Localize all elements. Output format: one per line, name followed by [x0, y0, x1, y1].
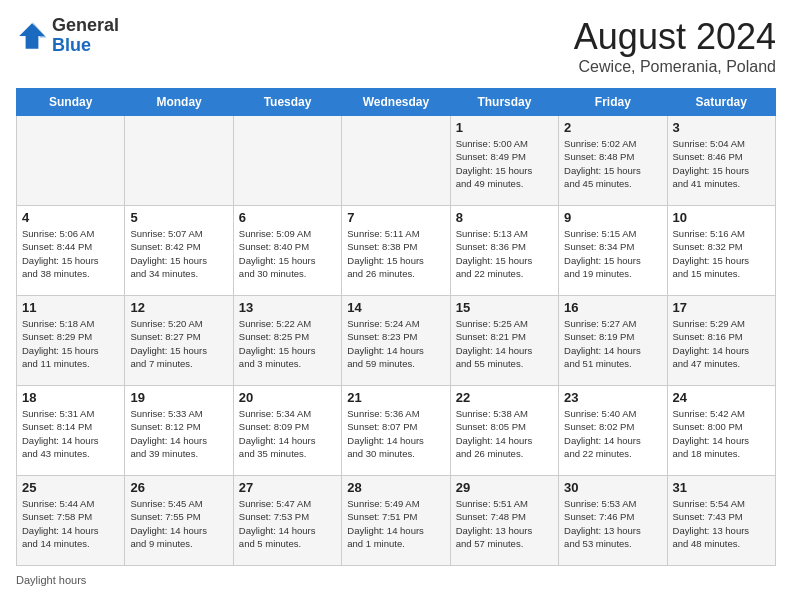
month-title: August 2024	[574, 16, 776, 58]
logo-blue: Blue	[52, 35, 91, 55]
day-number: 20	[239, 390, 336, 405]
day-info: Sunrise: 5:54 AM Sunset: 7:43 PM Dayligh…	[673, 497, 770, 550]
day-number: 12	[130, 300, 227, 315]
day-info: Sunrise: 5:38 AM Sunset: 8:05 PM Dayligh…	[456, 407, 553, 460]
day-number: 17	[673, 300, 770, 315]
calendar-day-cell	[342, 116, 450, 206]
weekday-header-wednesday: Wednesday	[342, 89, 450, 116]
calendar-day-cell: 2Sunrise: 5:02 AM Sunset: 8:48 PM Daylig…	[559, 116, 667, 206]
calendar-day-cell: 18Sunrise: 5:31 AM Sunset: 8:14 PM Dayli…	[17, 386, 125, 476]
day-number: 31	[673, 480, 770, 495]
day-number: 10	[673, 210, 770, 225]
day-info: Sunrise: 5:00 AM Sunset: 8:49 PM Dayligh…	[456, 137, 553, 190]
day-info: Sunrise: 5:04 AM Sunset: 8:46 PM Dayligh…	[673, 137, 770, 190]
calendar-day-cell	[17, 116, 125, 206]
logo-text: General Blue	[52, 16, 119, 56]
calendar-week-row: 25Sunrise: 5:44 AM Sunset: 7:58 PM Dayli…	[17, 476, 776, 566]
calendar-day-cell: 25Sunrise: 5:44 AM Sunset: 7:58 PM Dayli…	[17, 476, 125, 566]
calendar-day-cell: 28Sunrise: 5:49 AM Sunset: 7:51 PM Dayli…	[342, 476, 450, 566]
calendar-day-cell: 10Sunrise: 5:16 AM Sunset: 8:32 PM Dayli…	[667, 206, 775, 296]
weekday-header-friday: Friday	[559, 89, 667, 116]
weekday-header-sunday: Sunday	[17, 89, 125, 116]
calendar-day-cell: 20Sunrise: 5:34 AM Sunset: 8:09 PM Dayli…	[233, 386, 341, 476]
calendar-week-row: 1Sunrise: 5:00 AM Sunset: 8:49 PM Daylig…	[17, 116, 776, 206]
day-info: Sunrise: 5:47 AM Sunset: 7:53 PM Dayligh…	[239, 497, 336, 550]
day-info: Sunrise: 5:51 AM Sunset: 7:48 PM Dayligh…	[456, 497, 553, 550]
calendar-day-cell	[125, 116, 233, 206]
calendar-day-cell: 23Sunrise: 5:40 AM Sunset: 8:02 PM Dayli…	[559, 386, 667, 476]
day-number: 16	[564, 300, 661, 315]
day-info: Sunrise: 5:33 AM Sunset: 8:12 PM Dayligh…	[130, 407, 227, 460]
calendar-day-cell: 7Sunrise: 5:11 AM Sunset: 8:38 PM Daylig…	[342, 206, 450, 296]
day-info: Sunrise: 5:45 AM Sunset: 7:55 PM Dayligh…	[130, 497, 227, 550]
day-number: 24	[673, 390, 770, 405]
footer: Daylight hours	[16, 574, 776, 586]
day-info: Sunrise: 5:20 AM Sunset: 8:27 PM Dayligh…	[130, 317, 227, 370]
calendar-week-row: 18Sunrise: 5:31 AM Sunset: 8:14 PM Dayli…	[17, 386, 776, 476]
day-number: 3	[673, 120, 770, 135]
calendar-day-cell: 22Sunrise: 5:38 AM Sunset: 8:05 PM Dayli…	[450, 386, 558, 476]
calendar-day-cell: 17Sunrise: 5:29 AM Sunset: 8:16 PM Dayli…	[667, 296, 775, 386]
calendar-day-cell: 11Sunrise: 5:18 AM Sunset: 8:29 PM Dayli…	[17, 296, 125, 386]
logo-icon	[16, 20, 48, 52]
day-info: Sunrise: 5:36 AM Sunset: 8:07 PM Dayligh…	[347, 407, 444, 460]
day-number: 26	[130, 480, 227, 495]
day-info: Sunrise: 5:49 AM Sunset: 7:51 PM Dayligh…	[347, 497, 444, 550]
day-number: 6	[239, 210, 336, 225]
day-info: Sunrise: 5:29 AM Sunset: 8:16 PM Dayligh…	[673, 317, 770, 370]
day-number: 30	[564, 480, 661, 495]
weekday-header-saturday: Saturday	[667, 89, 775, 116]
weekday-header-monday: Monday	[125, 89, 233, 116]
weekday-header-row: SundayMondayTuesdayWednesdayThursdayFrid…	[17, 89, 776, 116]
page-header: General Blue August 2024 Cewice, Pomeran…	[16, 16, 776, 76]
day-info: Sunrise: 5:06 AM Sunset: 8:44 PM Dayligh…	[22, 227, 119, 280]
calendar-day-cell: 6Sunrise: 5:09 AM Sunset: 8:40 PM Daylig…	[233, 206, 341, 296]
calendar-week-row: 11Sunrise: 5:18 AM Sunset: 8:29 PM Dayli…	[17, 296, 776, 386]
day-number: 18	[22, 390, 119, 405]
day-number: 4	[22, 210, 119, 225]
day-number: 28	[347, 480, 444, 495]
calendar-day-cell: 5Sunrise: 5:07 AM Sunset: 8:42 PM Daylig…	[125, 206, 233, 296]
day-number: 27	[239, 480, 336, 495]
day-number: 13	[239, 300, 336, 315]
calendar-day-cell: 15Sunrise: 5:25 AM Sunset: 8:21 PM Dayli…	[450, 296, 558, 386]
day-number: 1	[456, 120, 553, 135]
calendar-day-cell: 9Sunrise: 5:15 AM Sunset: 8:34 PM Daylig…	[559, 206, 667, 296]
calendar-day-cell: 19Sunrise: 5:33 AM Sunset: 8:12 PM Dayli…	[125, 386, 233, 476]
location-subtitle: Cewice, Pomerania, Poland	[574, 58, 776, 76]
day-info: Sunrise: 5:18 AM Sunset: 8:29 PM Dayligh…	[22, 317, 119, 370]
day-info: Sunrise: 5:16 AM Sunset: 8:32 PM Dayligh…	[673, 227, 770, 280]
day-info: Sunrise: 5:53 AM Sunset: 7:46 PM Dayligh…	[564, 497, 661, 550]
calendar-day-cell: 12Sunrise: 5:20 AM Sunset: 8:27 PM Dayli…	[125, 296, 233, 386]
day-info: Sunrise: 5:25 AM Sunset: 8:21 PM Dayligh…	[456, 317, 553, 370]
calendar-day-cell: 30Sunrise: 5:53 AM Sunset: 7:46 PM Dayli…	[559, 476, 667, 566]
title-block: August 2024 Cewice, Pomerania, Poland	[574, 16, 776, 76]
day-number: 5	[130, 210, 227, 225]
day-info: Sunrise: 5:42 AM Sunset: 8:00 PM Dayligh…	[673, 407, 770, 460]
day-number: 8	[456, 210, 553, 225]
day-info: Sunrise: 5:22 AM Sunset: 8:25 PM Dayligh…	[239, 317, 336, 370]
logo: General Blue	[16, 16, 119, 56]
calendar-week-row: 4Sunrise: 5:06 AM Sunset: 8:44 PM Daylig…	[17, 206, 776, 296]
day-number: 11	[22, 300, 119, 315]
weekday-header-thursday: Thursday	[450, 89, 558, 116]
day-info: Sunrise: 5:44 AM Sunset: 7:58 PM Dayligh…	[22, 497, 119, 550]
day-number: 23	[564, 390, 661, 405]
day-number: 15	[456, 300, 553, 315]
calendar-day-cell: 24Sunrise: 5:42 AM Sunset: 8:00 PM Dayli…	[667, 386, 775, 476]
day-info: Sunrise: 5:15 AM Sunset: 8:34 PM Dayligh…	[564, 227, 661, 280]
weekday-header-tuesday: Tuesday	[233, 89, 341, 116]
calendar-day-cell: 31Sunrise: 5:54 AM Sunset: 7:43 PM Dayli…	[667, 476, 775, 566]
day-number: 22	[456, 390, 553, 405]
calendar-table: SundayMondayTuesdayWednesdayThursdayFrid…	[16, 88, 776, 566]
calendar-day-cell: 26Sunrise: 5:45 AM Sunset: 7:55 PM Dayli…	[125, 476, 233, 566]
calendar-day-cell: 14Sunrise: 5:24 AM Sunset: 8:23 PM Dayli…	[342, 296, 450, 386]
calendar-day-cell	[233, 116, 341, 206]
day-number: 9	[564, 210, 661, 225]
calendar-day-cell: 16Sunrise: 5:27 AM Sunset: 8:19 PM Dayli…	[559, 296, 667, 386]
day-info: Sunrise: 5:31 AM Sunset: 8:14 PM Dayligh…	[22, 407, 119, 460]
calendar-day-cell: 1Sunrise: 5:00 AM Sunset: 8:49 PM Daylig…	[450, 116, 558, 206]
calendar-day-cell: 13Sunrise: 5:22 AM Sunset: 8:25 PM Dayli…	[233, 296, 341, 386]
calendar-day-cell: 4Sunrise: 5:06 AM Sunset: 8:44 PM Daylig…	[17, 206, 125, 296]
day-info: Sunrise: 5:40 AM Sunset: 8:02 PM Dayligh…	[564, 407, 661, 460]
